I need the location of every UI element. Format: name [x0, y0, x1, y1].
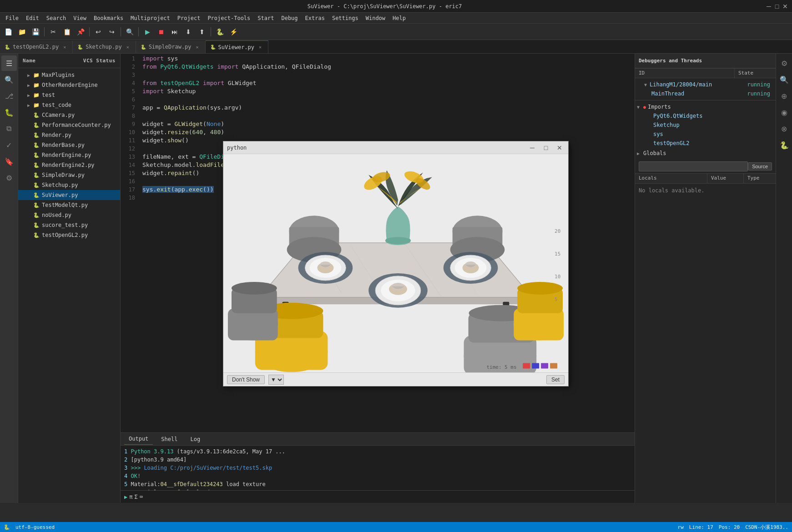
python-maximize-btn[interactable]: □: [541, 143, 551, 153]
menu-multiproject[interactable]: Multiproject: [127, 14, 174, 22]
search-icon[interactable]: 🔍: [1, 72, 17, 87]
right-icon-3[interactable]: ⊕: [777, 88, 792, 104]
terminal-tab-shell[interactable]: Shell: [156, 434, 182, 445]
terminal-output[interactable]: 1 Python 3.9.13 (tags/v3.9.13:6de2ca5, M…: [121, 446, 635, 490]
imports-header-row[interactable]: ▼ ● Imports: [637, 102, 774, 111]
python-close-btn[interactable]: ✕: [555, 143, 565, 153]
toolbar-run[interactable]: ⚡: [227, 25, 240, 38]
tree-maxplugins[interactable]: ▶ 📁 MaxPlugins: [18, 70, 120, 80]
tree-testcode[interactable]: ▶ 📁 test_code: [18, 100, 120, 110]
tree-sucore[interactable]: 🐍 sucore_test.py: [18, 220, 120, 230]
tree-renderengine[interactable]: 🐍 RenderEngine.py: [18, 150, 120, 160]
menu-edit[interactable]: Edit: [22, 14, 43, 22]
menu-search[interactable]: Search: [43, 14, 70, 22]
toolbar-search[interactable]: 🔍: [123, 25, 136, 38]
toolbar-open[interactable]: 📁: [15, 25, 28, 38]
toolbar-debug-run[interactable]: ▶: [141, 25, 154, 38]
close-button[interactable]: ✕: [782, 3, 788, 10]
tree-noused[interactable]: 🐍 noUsed.py: [18, 210, 120, 220]
pyfile-icon-renderengine: 🐍: [33, 151, 40, 159]
toolbar-paste[interactable]: 📌: [74, 25, 87, 38]
toolbar-save[interactable]: 💾: [29, 25, 42, 38]
right-icon-6[interactable]: 🐍: [777, 137, 792, 153]
tab-close-sketchup[interactable]: ✕: [125, 44, 131, 50]
toolbar-sep5: [211, 27, 211, 36]
tree-render[interactable]: 🐍 Render.py: [18, 130, 120, 140]
toolbar-cut[interactable]: ✂: [47, 25, 60, 38]
settings-icon[interactable]: ⚙: [1, 170, 17, 186]
toolbar-undo[interactable]: ↩: [92, 25, 105, 38]
bookmark-icon[interactable]: 🔖: [1, 154, 17, 169]
menu-project-tools[interactable]: Project-Tools: [204, 14, 254, 22]
tab-close-testopengl2[interactable]: ✕: [61, 44, 68, 50]
folder-icon-maxplugins: 📁: [33, 71, 40, 79]
right-icon-4[interactable]: ◉: [777, 105, 792, 120]
menu-window[interactable]: Window: [362, 14, 389, 22]
menu-start[interactable]: Start: [254, 14, 277, 22]
tree-perf[interactable]: 🐍 PerformanceCounter.py: [18, 120, 120, 130]
import-pyqt6[interactable]: PyQt6.QtWidgets: [637, 111, 774, 120]
display-option-select[interactable]: ▼: [268, 375, 284, 385]
debug-filter-input[interactable]: [639, 161, 748, 171]
term-line-2: 2 [python3.9 amd64]: [124, 456, 631, 464]
pyfile-icon-simpledraw: 🐍: [33, 171, 40, 179]
import-sketchup[interactable]: Sketchup: [637, 120, 774, 130]
right-icon-1[interactable]: ⚙: [777, 55, 792, 71]
set-button[interactable]: Set: [546, 375, 565, 384]
toolbar-debug-step[interactable]: ⏭: [168, 25, 181, 38]
menu-extras[interactable]: Extras: [302, 14, 328, 22]
tree-testmodelqt[interactable]: 🐍 TestModelQt.py: [18, 200, 120, 210]
menu-help[interactable]: Help: [389, 14, 409, 22]
toolbar-redo[interactable]: ↪: [106, 25, 118, 38]
tree-testopengl2[interactable]: 🐍 testOpenGL2.py: [18, 230, 120, 240]
thread-status-main: running: [747, 81, 774, 88]
tree-renderengine2[interactable]: 🐍 RenderEngine2.py: [18, 160, 120, 170]
extensions-icon[interactable]: ⧉: [1, 121, 17, 136]
source-button[interactable]: Source: [748, 162, 772, 171]
tab-sketchup[interactable]: 🐍 Sketchup.py ✕: [73, 40, 136, 53]
explorer-icon[interactable]: ☰: [1, 55, 17, 71]
minimize-button[interactable]: ─: [766, 3, 772, 10]
terminal-tab-log[interactable]: Log: [186, 434, 205, 445]
menu-project[interactable]: Project: [174, 14, 204, 22]
toolbar-python[interactable]: 🐍: [213, 25, 226, 38]
terminal-tab-output[interactable]: Output: [124, 434, 153, 445]
menu-bookmarks[interactable]: Bookmarks: [90, 14, 127, 22]
tab-suviewer[interactable]: 🐍 SuViewer.py ✕: [206, 40, 268, 53]
tree-ccamera[interactable]: 🐍 CCamera.py: [18, 110, 120, 120]
globals-row[interactable]: ▶ Globals: [637, 149, 774, 158]
python-minimize-btn[interactable]: ─: [527, 143, 537, 153]
toolbar-debug-into[interactable]: ⬇: [182, 25, 195, 38]
todo-icon[interactable]: ✓: [1, 137, 17, 153]
tree-test[interactable]: ▶ 📁 test: [18, 90, 120, 100]
tree-renderbase[interactable]: 🐍 RenderBase.py: [18, 140, 120, 150]
tab-close-suviewer[interactable]: ✕: [257, 44, 263, 50]
tree-otherrender[interactable]: ▶ 📁 OtherRenderEngine: [18, 80, 120, 90]
maximize-button[interactable]: □: [774, 3, 780, 10]
toolbar-copy[interactable]: 📋: [61, 25, 73, 38]
thread-row-mainthread[interactable]: MainThread running: [637, 89, 774, 98]
tree-suviewer[interactable]: 🐍 SuViewer.py: [18, 190, 120, 200]
debug-icon[interactable]: 🐛: [1, 105, 17, 120]
menu-debug[interactable]: Debug: [277, 14, 301, 22]
tab-close-simpledraw[interactable]: ✕: [194, 44, 201, 50]
toolbar-debug-out[interactable]: ⬆: [196, 25, 208, 38]
tree-sketchup[interactable]: 🐍 Sketchup.py: [18, 180, 120, 190]
dont-show-button[interactable]: Don't Show: [227, 375, 265, 384]
toolbar-new[interactable]: 📄: [2, 25, 15, 38]
menu-settings[interactable]: Settings: [328, 14, 362, 22]
toolbar-debug-stop[interactable]: ⏹: [155, 25, 167, 38]
thread-row-main[interactable]: ▼ LihangM1/28004/main running: [637, 80, 774, 89]
menu-view[interactable]: View: [70, 14, 90, 22]
svg-rect-62: [550, 363, 557, 368]
tree-simpledraw[interactable]: 🐍 SimpleDraw.py: [18, 170, 120, 180]
debug-columns: ID State: [635, 68, 776, 78]
git-icon[interactable]: ⎇: [1, 88, 17, 104]
tab-simpledraw[interactable]: 🐍 SimpleDraw.py ✕: [136, 40, 206, 53]
import-sys[interactable]: sys: [637, 130, 774, 139]
menu-file[interactable]: File: [2, 14, 22, 22]
tab-testopengl2[interactable]: 🐍 testOpenGL2.py ✕: [0, 40, 73, 53]
import-testopengl2[interactable]: testOpenGL2: [637, 139, 774, 148]
right-icon-2[interactable]: 🔍: [777, 72, 792, 87]
right-icon-5[interactable]: ⊗: [777, 121, 792, 136]
